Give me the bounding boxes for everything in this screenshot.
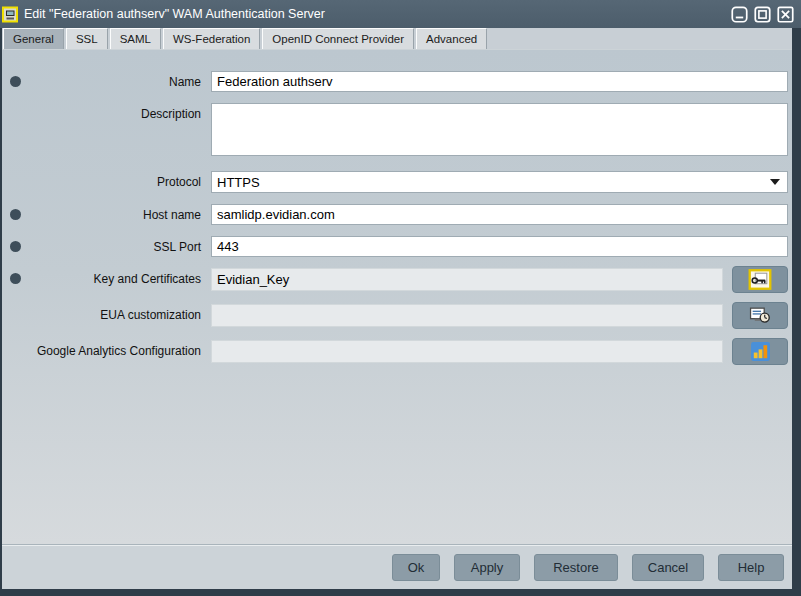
required-indicator [2, 340, 28, 356]
tab-general[interactable]: General [3, 28, 64, 49]
google-analytics-configuration-field [211, 340, 723, 363]
titlebar: Edit "Federation authserv" WAM Authentic… [0, 0, 801, 28]
ssl-port-input[interactable] [211, 236, 788, 257]
required-indicator [2, 268, 28, 284]
google-analytics-picker-button[interactable] [732, 338, 788, 365]
dialog-body: General SSL SAML WS-Federation OpenID Co… [2, 28, 792, 589]
key-certificates-icon [748, 269, 772, 290]
restore-icon [754, 6, 771, 23]
close-icon [777, 6, 794, 23]
required-indicator [2, 204, 28, 220]
tab-openid-connect-provider[interactable]: OpenID Connect Provider [262, 28, 414, 49]
eua-customization-field [211, 304, 723, 327]
window-controls [730, 5, 794, 23]
form-row-eua-customization: EUA customization [2, 304, 792, 329]
key-and-certificates-label: Key and Certificates [28, 268, 209, 286]
required-indicator [2, 103, 28, 119]
tab-bar: General SSL SAML WS-Federation OpenID Co… [2, 28, 792, 50]
description-textarea[interactable] [211, 103, 788, 156]
name-input[interactable] [211, 71, 788, 92]
dialog-button-bar: Ok Apply Restore Cancel Help [2, 544, 792, 589]
protocol-selected-value: HTTPS [217, 175, 260, 190]
form-row-name: Name [2, 71, 792, 92]
apply-button[interactable]: Apply [454, 554, 520, 581]
application-window-icon [2, 5, 21, 24]
tab-advanced[interactable]: Advanced [416, 28, 487, 49]
general-tab-panel: Name Description Protocol HTTPS [2, 50, 792, 544]
cancel-button[interactable]: Cancel [632, 554, 704, 581]
ok-button[interactable]: Ok [392, 554, 440, 581]
host-name-input[interactable] [211, 204, 788, 225]
tab-ssl[interactable]: SSL [66, 28, 108, 49]
edit-authentication-server-dialog: Edit "Federation authserv" WAM Authentic… [0, 0, 801, 596]
eua-customization-label: EUA customization [28, 304, 209, 322]
close-button[interactable] [776, 5, 794, 23]
required-indicator [2, 304, 28, 320]
required-indicator [2, 236, 28, 252]
help-button[interactable]: Help [718, 554, 784, 581]
tab-ws-federation[interactable]: WS-Federation [163, 28, 260, 49]
google-analytics-configuration-label: Google Analytics Configuration [28, 340, 209, 358]
eua-customization-picker-button[interactable] [732, 302, 788, 329]
required-indicator [2, 71, 28, 87]
form-row-host-name: Host name [2, 204, 792, 225]
google-analytics-icon [750, 341, 771, 362]
form-row-key-and-certificates: Key and Certificates [2, 268, 792, 293]
description-label: Description [28, 103, 209, 121]
form-row-google-analytics-configuration: Google Analytics Configuration [2, 340, 792, 365]
name-label: Name [28, 71, 209, 89]
chevron-down-icon [770, 179, 780, 185]
minimize-icon [731, 6, 748, 23]
tab-saml[interactable]: SAML [110, 28, 161, 49]
form-row-ssl-port: SSL Port [2, 236, 792, 257]
host-name-label: Host name [28, 204, 209, 222]
key-and-certificates-field [211, 268, 723, 291]
restore-button[interactable] [753, 5, 771, 23]
window-title: Edit "Federation authserv" WAM Authentic… [24, 7, 727, 21]
form-row-protocol: Protocol HTTPS [2, 171, 792, 193]
protocol-label: Protocol [28, 171, 209, 189]
form-row-description: Description [2, 103, 792, 160]
eua-customization-icon [748, 305, 772, 326]
required-indicator [2, 171, 28, 187]
restore-button[interactable]: Restore [534, 554, 618, 581]
ssl-port-label: SSL Port [28, 236, 209, 254]
protocol-dropdown[interactable]: HTTPS [211, 171, 788, 193]
minimize-button[interactable] [730, 5, 748, 23]
key-and-certificates-picker-button[interactable] [732, 266, 788, 293]
